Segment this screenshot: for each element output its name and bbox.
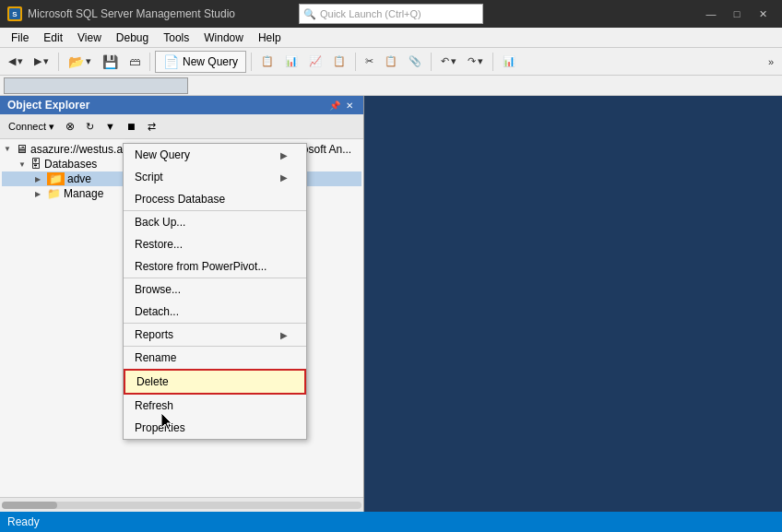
databases-label: Databases [44,158,97,171]
forward-dropdown[interactable]: ▾ [43,55,49,67]
sep6 [492,53,493,71]
ctx-item-restore-powerpivot[interactable]: Restore from PowerPivot... [124,255,306,278]
forward-button[interactable]: ▶ ▾ [30,53,53,70]
ctx-item-new-query[interactable]: New Query▶ [124,144,306,166]
oe-pin-button[interactable]: 📌 [328,99,341,112]
minimize-button[interactable]: — [699,5,723,23]
paste-button[interactable]: 📎 [404,53,426,70]
manage-label: Manage [64,187,103,200]
ctx-item-restore[interactable]: Restore... [124,233,306,255]
ctx-item-rename[interactable]: Rename [124,346,306,369]
submenu-arrow-reports: ▶ [280,330,288,340]
ctx-item-label-new-query: New Query [135,148,280,161]
adve-expand-arrow: ▶ [35,175,44,183]
title-bar-left: S Microsoft SQL Server Management Studio [7,6,235,21]
search-icon: 🔍 [303,8,316,20]
app-title: Microsoft SQL Server Management Studio [28,7,235,20]
tb-icon4[interactable]: 📋 [328,53,350,70]
ctx-item-properties[interactable]: Properties [124,417,306,439]
sync-icon: ⇄ [148,121,156,132]
close-button[interactable]: ✕ [751,5,775,23]
app-icon: S [7,6,22,21]
oe-sync-button[interactable]: ⇄ [143,118,160,136]
main-toolbar: ◀ ▾ ▶ ▾ 📂 ▾ 💾 🗃 📄 New Query 📋 📊 📈 📋 ✂ 📋 … [0,48,782,76]
back-icon: ◀ [8,55,16,67]
oe-scrollbar-horizontal[interactable] [0,497,363,512]
secondary-toolbar [0,76,782,96]
report-button[interactable]: 📊 [498,53,520,70]
menu-file[interactable]: File [4,28,36,47]
db-dropdown[interactable] [4,77,188,94]
svg-text:S: S [12,10,18,18]
oe-close-button[interactable]: ✕ [343,99,356,112]
stop-icon: ⏹ [126,121,136,132]
submenu-arrow-new-query: ▶ [280,150,288,160]
oe-stop-button[interactable]: ⏹ [122,118,141,135]
paste-icon: 📎 [409,55,421,67]
saveall-icon: 🗃 [129,55,140,68]
open-button[interactable]: 📂 ▾ [64,52,96,72]
redo-dropdown[interactable]: ▾ [478,55,483,67]
main-area: Object Explorer 📌 ✕ Connect ▾ ⊗ ↻ ▼ ⏹ ⇄ [0,96,782,512]
menu-help[interactable]: Help [251,28,289,47]
oe-filter-button[interactable]: ▼ [101,118,120,135]
save-button[interactable]: 💾 [98,52,123,72]
scroll-thumb[interactable] [2,502,57,509]
ctx-item-script[interactable]: Script▶ [124,166,306,188]
redo-icon: ↷ [468,55,476,67]
refresh-icon: ↻ [86,121,94,132]
undo-button[interactable]: ↶ ▾ [436,53,461,70]
redo-button[interactable]: ↷ ▾ [463,53,488,70]
ctx-item-label-refresh: Refresh [135,399,288,412]
open-dropdown[interactable]: ▾ [86,55,91,67]
undo-dropdown[interactable]: ▾ [451,55,456,67]
new-query-button[interactable]: 📄 New Query [155,51,246,73]
ctx-item-label-backup: Back Up... [135,216,288,229]
tb-icon2[interactable]: 📊 [280,53,302,70]
menu-bar: File Edit View Debug Tools Window Help [0,28,782,48]
ctx-item-delete[interactable]: Delete [124,369,306,395]
copy-button[interactable]: 📋 [380,53,402,70]
tb-icon1[interactable]: 📋 [256,53,278,70]
ctx-item-detach[interactable]: Detach... [124,301,306,323]
oe-disconnect-button[interactable]: ⊗ [61,117,79,136]
ctx-item-label-browse: Browse... [135,283,288,296]
back-button[interactable]: ◀ ▾ [4,53,28,70]
ctx-item-process-database[interactable]: Process Database [124,188,306,210]
status-text: Ready [7,515,40,528]
ctx-item-label-properties: Properties [135,421,288,434]
quick-launch-container: 🔍 Quick Launch (Ctrl+Q) [299,4,483,24]
databases-icon: 🗄 [30,158,41,171]
maximize-button[interactable]: □ [725,5,749,23]
ctx-item-browse[interactable]: Browse... [124,278,306,301]
tb-icon3[interactable]: 📈 [304,53,326,70]
menu-tools[interactable]: Tools [156,28,196,47]
menu-debug[interactable]: Debug [109,28,156,47]
saveall-button[interactable]: 🗃 [124,53,145,71]
menu-view[interactable]: View [70,28,109,47]
ctx-item-label-detach: Detach... [135,305,288,318]
root-expand-arrow: ▼ [4,145,13,153]
overflow-icon: » [768,56,774,67]
ctx-item-label-script: Script [135,171,280,183]
server-icon: 🖥 [16,142,28,156]
ctx-item-backup[interactable]: Back Up... [124,210,306,233]
tb-icon4-glyph: 📋 [333,55,346,67]
ctx-item-label-restore: Restore... [135,238,288,251]
ctx-item-reports[interactable]: Reports▶ [124,323,306,346]
ctx-item-refresh[interactable]: Refresh [124,395,306,417]
object-explorer-title: Object Explorer [7,99,89,112]
back-dropdown[interactable]: ▾ [18,55,23,67]
oe-header-buttons: 📌 ✕ [328,99,356,112]
sep4 [355,53,356,71]
object-explorer-header: Object Explorer 📌 ✕ [0,96,363,114]
oe-refresh-button[interactable]: ↻ [81,118,99,136]
menu-edit[interactable]: Edit [36,28,70,47]
oe-connect-button[interactable]: Connect ▾ [4,118,59,136]
tb-icon1-glyph: 📋 [261,55,274,67]
context-menu: New Query▶Script▶Process DatabaseBack Up… [123,143,307,440]
cut-button[interactable]: ✂ [361,53,378,70]
menu-window[interactable]: Window [196,28,251,47]
status-bar: Ready [0,512,782,532]
toolbar-overflow[interactable]: » [764,53,778,70]
